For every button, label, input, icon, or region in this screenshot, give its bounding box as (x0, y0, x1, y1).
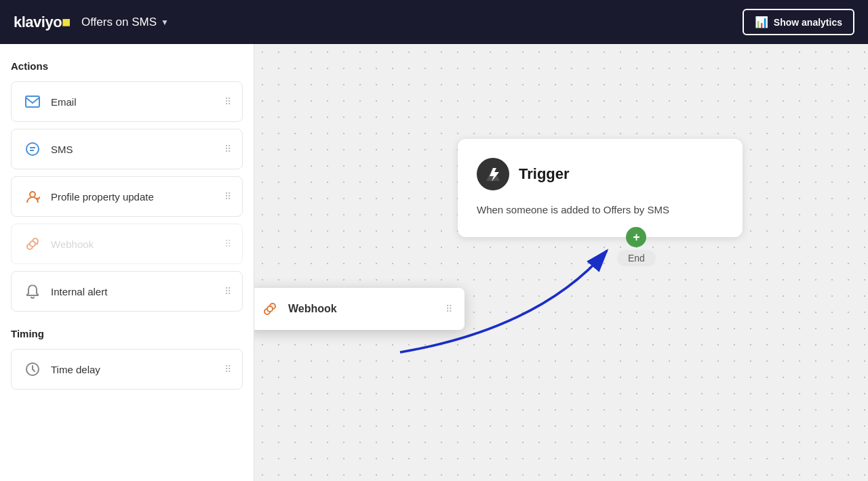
analytics-icon: 📊 (755, 16, 768, 28)
clock-icon (22, 359, 43, 379)
webhook-drag-label: Webhook (288, 303, 337, 315)
action-item-time-delay[interactable]: Time delay ⠿ (11, 349, 243, 390)
svg-point-1 (26, 143, 39, 155)
email-drag-handle[interactable]: ⠿ (224, 96, 231, 107)
svg-point-9 (267, 306, 273, 312)
action-item-webhook-left: Webhook (22, 234, 94, 254)
bell-icon (22, 281, 43, 301)
webhook-card-drag-handle[interactable]: ⠿ (446, 304, 452, 314)
action-item-profile-property-update[interactable]: Profile property update ⠿ (11, 176, 243, 217)
chevron-down-icon: ▼ (161, 18, 169, 27)
add-node-button[interactable]: + (626, 227, 646, 247)
action-item-alert-left: Internal alert (22, 281, 107, 301)
action-item-time-left: Time delay (22, 359, 100, 379)
logo-mark: ■ (62, 14, 71, 30)
time-delay-label: Time delay (51, 364, 100, 375)
show-analytics-label: Show analytics (774, 17, 842, 28)
end-node-container: + End (617, 227, 656, 266)
svg-rect-0 (26, 96, 39, 107)
profile-drag-handle[interactable]: ⠿ (224, 191, 231, 202)
trigger-icon (477, 158, 509, 190)
end-node-label: End (617, 250, 656, 266)
trigger-description: When someone is added to Offers by SMS (477, 203, 724, 218)
action-item-sms[interactable]: SMS ⠿ (11, 129, 243, 169)
internal-alert-label: Internal alert (51, 286, 107, 297)
action-item-internal-alert[interactable]: Internal alert ⠿ (11, 271, 243, 312)
alert-drag-handle[interactable]: ⠿ (224, 286, 231, 297)
sms-icon (22, 139, 43, 159)
webhook-sidebar-label: Webhook (51, 238, 94, 250)
profile-icon (22, 186, 43, 207)
action-item-email-left: Email (22, 91, 77, 112)
svg-point-4 (30, 192, 35, 197)
email-icon (22, 91, 43, 112)
webhook-icon (22, 234, 43, 254)
action-item-email[interactable]: Email ⠿ (11, 81, 243, 122)
action-item-sms-left: SMS (22, 139, 73, 159)
trigger-title: Trigger (519, 165, 570, 183)
webhook-drag-icon (260, 299, 280, 319)
webhook-drag-handle[interactable]: ⠿ (224, 238, 231, 249)
timing-section-title: Timing (11, 328, 243, 339)
main-layout: Actions Email ⠿ (0, 44, 868, 481)
flow-arrow (254, 44, 868, 481)
flow-title-button[interactable]: Offers on SMS ▼ (81, 16, 169, 29)
webhook-drag-card[interactable]: Webhook ⠿ (254, 288, 465, 330)
actions-section-title: Actions (11, 60, 243, 72)
topnav: klaviyo■ Offers on SMS ▼ 📊 Show analytic… (0, 0, 868, 44)
logo: klaviyo■ (14, 14, 71, 31)
svg-point-5 (30, 241, 35, 247)
trigger-card[interactable]: Trigger When someone is added to Offers … (458, 139, 743, 237)
show-analytics-button[interactable]: 📊 Show analytics (743, 9, 854, 35)
flow-canvas[interactable]: Trigger When someone is added to Offers … (254, 44, 868, 481)
email-label: Email (51, 96, 77, 108)
sidebar: Actions Email ⠿ (0, 44, 254, 481)
trigger-card-header: Trigger (477, 158, 724, 190)
sms-label: SMS (51, 144, 73, 155)
flow-name-label: Offers on SMS (81, 16, 157, 29)
timing-section: Timing Time delay ⠿ (11, 328, 243, 390)
sms-drag-handle[interactable]: ⠿ (224, 144, 231, 154)
time-drag-handle[interactable]: ⠿ (224, 364, 231, 375)
action-item-profile-left: Profile property update (22, 186, 154, 207)
profile-property-update-label: Profile property update (51, 191, 154, 203)
webhook-drag-card-left: Webhook (260, 299, 337, 319)
action-item-webhook[interactable]: Webhook ⠿ (11, 224, 243, 264)
